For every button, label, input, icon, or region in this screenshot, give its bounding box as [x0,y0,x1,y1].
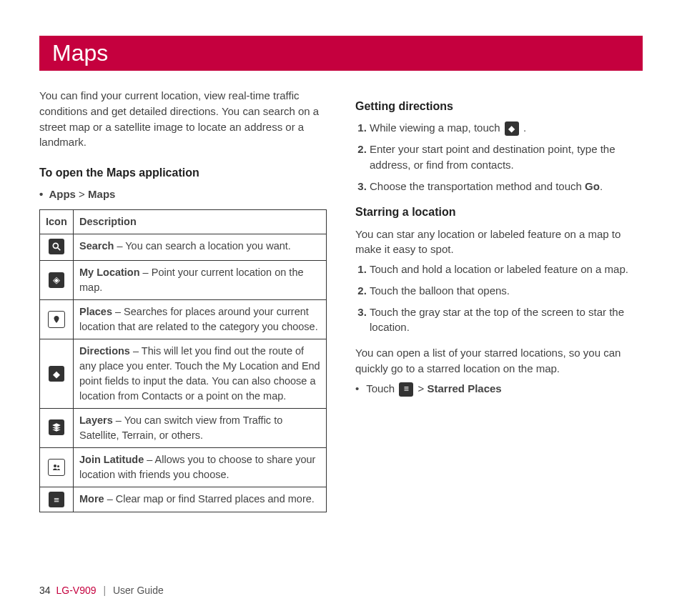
table-row: Places – Searches for places around your… [40,300,327,339]
table-row: ◆ Directions – This will let you find ou… [40,339,327,409]
row-label: Search [79,240,114,252]
list-item: Touch and hold a location or labeled fea… [370,262,643,277]
row-text: – You can search a location you want. [114,240,290,252]
list-item: While viewing a map, touch ◆ . [370,120,643,136]
nav-maps: Maps [88,188,115,200]
svg-point-3 [57,465,59,467]
starring-intro: You can star any location or labeled fea… [355,227,643,258]
go-label: Go [585,180,600,192]
right-column: Getting directions While viewing a map, … [355,88,643,512]
menu-icon: ≡ [399,382,413,397]
row-label: Places [79,306,112,317]
row-text: – Searches for places around your curren… [79,306,318,332]
svg-point-0 [53,243,58,248]
table-header-row: Icon Description [40,209,327,234]
more-icon: ≡ [49,492,64,507]
table-row: Search – You can search a location you w… [40,234,327,260]
starred-places-label: Starred Places [427,382,501,394]
nav-path: • Apps > Maps [39,187,327,202]
open-app-heading: To open the Maps application [39,164,327,181]
row-label: More [79,493,104,505]
touch-label: Touch [366,382,397,394]
list-item: Enter your start point and destination p… [370,141,643,173]
step-text: . [600,180,603,192]
directions-steps: While viewing a map, touch ◆ . Enter you… [355,120,643,194]
bullet-icon: • [39,188,43,200]
table-row: ≡ More – Clear map or find Starred place… [40,487,327,512]
my-location-icon: ◈ [49,272,64,288]
row-label: Directions [79,345,130,357]
page-title-bar: Maps [39,36,643,71]
places-icon [48,311,65,328]
th-icon: Icon [40,209,74,234]
list-item: Touch the gray star at the top of the sc… [370,304,643,336]
table-row: Join Latitude – Allows you to choose to … [40,448,327,487]
layers-icon [49,419,64,435]
table-row: Layers – You can switch view from Traffi… [40,409,327,448]
step-text: . [523,121,526,134]
bullet-icon: • [355,382,359,394]
latitude-icon [48,459,65,476]
table-row: ◈ My Location – Point your current locat… [40,260,327,299]
starring-steps: Touch and hold a location or labeled fea… [355,262,643,335]
row-label: Join Latitude [79,454,144,465]
list-item: Choose the transportation method and tou… [370,179,643,194]
nav-sep: > [418,382,428,394]
intro-text: You can find your current location, view… [39,88,327,150]
starred-nav: • Touch ≡ > Starred Places [355,381,643,397]
guide-label: User Guide [113,585,164,596]
step-text: Choose the transportation method and tou… [370,180,585,192]
model-name: LG-V909 [56,585,96,596]
page-title: Maps [52,40,108,66]
directions-heading: Getting directions [355,98,643,114]
nav-sep: > [79,188,85,200]
directions-icon: ◆ [49,366,64,382]
row-text: – Clear map or find Starred places and m… [104,493,315,505]
starring-outro: You can open a list of your starred loca… [355,345,643,377]
directions-icon: ◆ [505,121,519,136]
row-label: My Location [79,267,140,278]
starring-heading: Starring a location [355,204,643,220]
nav-apps: Apps [49,188,76,200]
footer-sep: | [103,585,106,596]
content-columns: You can find your current location, view… [39,88,643,512]
search-icon [49,239,64,254]
step-text: While viewing a map, touch [370,121,503,134]
list-item: Touch the balloon that opens. [370,283,643,299]
left-column: You can find your current location, view… [39,88,327,512]
svg-point-2 [54,465,56,467]
page-number: 34 [39,585,51,596]
icon-table: Icon Description Search – You can search… [39,209,327,512]
svg-line-1 [58,248,61,251]
th-desc: Description [74,209,327,234]
page-footer: 34 LG-V909 | User Guide [39,585,164,596]
row-label: Layers [79,414,113,426]
